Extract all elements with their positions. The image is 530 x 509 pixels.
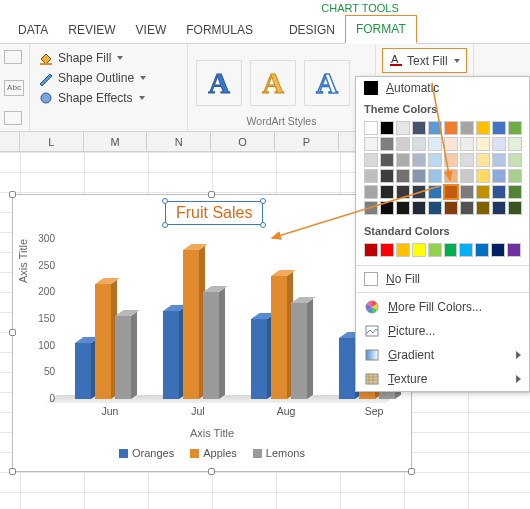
shape-outline-button[interactable]: Shape Outline — [38, 68, 179, 88]
textbox-icon[interactable]: Abc — [4, 80, 24, 96]
color-swatch[interactable] — [380, 137, 394, 151]
color-swatch[interactable] — [364, 185, 378, 199]
color-swatch[interactable] — [428, 137, 442, 151]
col-header[interactable]: M — [84, 132, 148, 151]
tab-format[interactable]: FORMAT — [345, 15, 417, 44]
tab-review[interactable]: REVIEW — [58, 17, 125, 43]
color-swatch[interactable] — [476, 153, 490, 167]
resize-handle[interactable] — [9, 329, 16, 336]
color-swatch[interactable] — [396, 185, 410, 199]
plot-area[interactable]: JunJulAugSep — [57, 239, 397, 399]
color-swatch[interactable] — [492, 201, 506, 215]
legend-item[interactable]: Lemons — [253, 447, 305, 459]
color-swatch[interactable] — [508, 201, 522, 215]
bar[interactable] — [251, 319, 267, 399]
resize-handle[interactable] — [208, 468, 215, 475]
bar[interactable] — [291, 303, 307, 399]
color-swatch[interactable] — [508, 121, 522, 135]
color-swatch[interactable] — [460, 185, 474, 199]
color-swatch[interactable] — [412, 137, 426, 151]
shape-effects-button[interactable]: Shape Effects — [38, 88, 179, 108]
color-swatch[interactable] — [476, 121, 490, 135]
color-swatch[interactable] — [428, 185, 442, 199]
color-swatch[interactable] — [460, 121, 474, 135]
color-swatch[interactable] — [380, 243, 394, 257]
color-swatch[interactable] — [428, 169, 442, 183]
shape-fill-button[interactable]: Shape Fill — [38, 48, 179, 68]
color-swatch[interactable] — [444, 121, 458, 135]
bar[interactable] — [271, 276, 287, 399]
tab-formulas[interactable]: FORMULAS — [176, 17, 263, 43]
wordart-preset[interactable]: A — [196, 60, 242, 106]
color-swatch[interactable] — [476, 137, 490, 151]
chart-legend[interactable]: Oranges Apples Lemons — [13, 447, 411, 459]
title-handle[interactable] — [260, 198, 266, 204]
col-header[interactable]: L — [20, 132, 84, 151]
title-handle[interactable] — [162, 222, 168, 228]
text-fill-button[interactable]: A Text Fill — [382, 48, 467, 73]
color-swatch[interactable] — [507, 243, 521, 257]
color-swatch[interactable] — [412, 169, 426, 183]
color-swatch[interactable] — [364, 153, 378, 167]
color-swatch[interactable] — [476, 201, 490, 215]
color-swatch[interactable] — [428, 201, 442, 215]
tab-design[interactable]: DESIGN — [279, 17, 345, 43]
bar[interactable] — [115, 316, 131, 399]
color-swatch[interactable] — [460, 201, 474, 215]
col-header[interactable]: O — [211, 132, 275, 151]
resize-handle[interactable] — [9, 191, 16, 198]
shape-swatch[interactable] — [4, 111, 22, 125]
wordart-preset[interactable]: A — [250, 60, 296, 106]
shape-swatch[interactable] — [4, 50, 22, 64]
color-swatch[interactable] — [491, 243, 505, 257]
picture-option[interactable]: Picture... — [356, 319, 529, 343]
more-colors-option[interactable]: More Fill Colors... — [356, 295, 529, 319]
wordart-preset[interactable]: A — [304, 60, 350, 106]
chart-object[interactable]: Fruit Sales Axis Title JunJulAugSep Axis… — [12, 194, 412, 472]
color-swatch[interactable] — [380, 185, 394, 199]
color-swatch[interactable] — [460, 137, 474, 151]
color-swatch[interactable] — [444, 243, 458, 257]
y-axis-title[interactable]: Axis Title — [17, 239, 29, 283]
texture-option[interactable]: Texture — [356, 367, 529, 391]
color-swatch[interactable] — [412, 153, 426, 167]
color-swatch[interactable] — [380, 153, 394, 167]
color-swatch[interactable] — [459, 243, 473, 257]
color-swatch[interactable] — [412, 185, 426, 199]
color-swatch[interactable] — [460, 153, 474, 167]
bar[interactable] — [183, 250, 199, 399]
bar[interactable] — [75, 343, 91, 399]
color-swatch[interactable] — [412, 121, 426, 135]
color-swatch[interactable] — [460, 169, 474, 183]
color-swatch[interactable] — [476, 185, 490, 199]
color-swatch[interactable] — [364, 121, 378, 135]
color-swatch[interactable] — [364, 137, 378, 151]
resize-handle[interactable] — [208, 191, 215, 198]
bar[interactable] — [95, 284, 111, 399]
legend-item[interactable]: Oranges — [119, 447, 174, 459]
color-swatch[interactable] — [492, 169, 506, 183]
color-swatch[interactable] — [492, 185, 506, 199]
color-swatch[interactable] — [364, 169, 378, 183]
color-swatch[interactable] — [492, 153, 506, 167]
color-swatch[interactable] — [444, 137, 458, 151]
color-swatch[interactable] — [508, 169, 522, 183]
color-swatch[interactable] — [396, 121, 410, 135]
resize-handle[interactable] — [408, 468, 415, 475]
resize-handle[interactable] — [9, 468, 16, 475]
color-swatch[interactable] — [492, 121, 506, 135]
color-swatch[interactable] — [396, 153, 410, 167]
color-swatch[interactable] — [396, 169, 410, 183]
gradient-option[interactable]: Gradient — [356, 343, 529, 367]
x-axis-title[interactable]: Axis Title — [13, 427, 411, 439]
color-swatch[interactable] — [428, 243, 442, 257]
color-swatch[interactable] — [428, 153, 442, 167]
color-swatch[interactable] — [508, 185, 522, 199]
color-swatch[interactable] — [412, 243, 426, 257]
tab-view[interactable]: VIEW — [126, 17, 177, 43]
col-header[interactable] — [0, 132, 20, 151]
automatic-option[interactable]: Automatic — [356, 77, 529, 99]
bar[interactable] — [339, 338, 355, 399]
color-swatch[interactable] — [444, 201, 458, 215]
color-swatch[interactable] — [396, 201, 410, 215]
